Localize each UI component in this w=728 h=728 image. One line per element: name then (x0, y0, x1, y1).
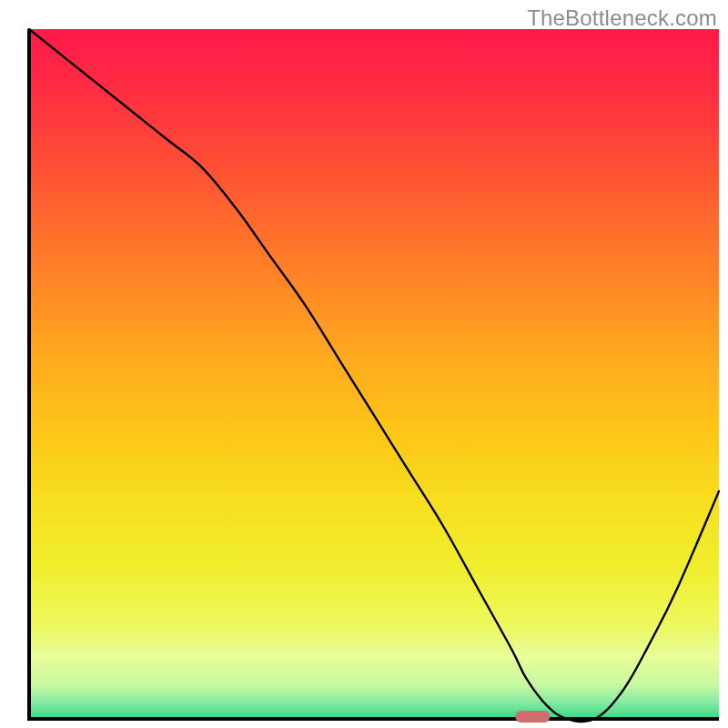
optimal-marker (515, 711, 550, 723)
chart-container: TheBottleneck.com (0, 0, 728, 728)
plot-background (29, 29, 719, 719)
plot-svg (0, 0, 728, 728)
